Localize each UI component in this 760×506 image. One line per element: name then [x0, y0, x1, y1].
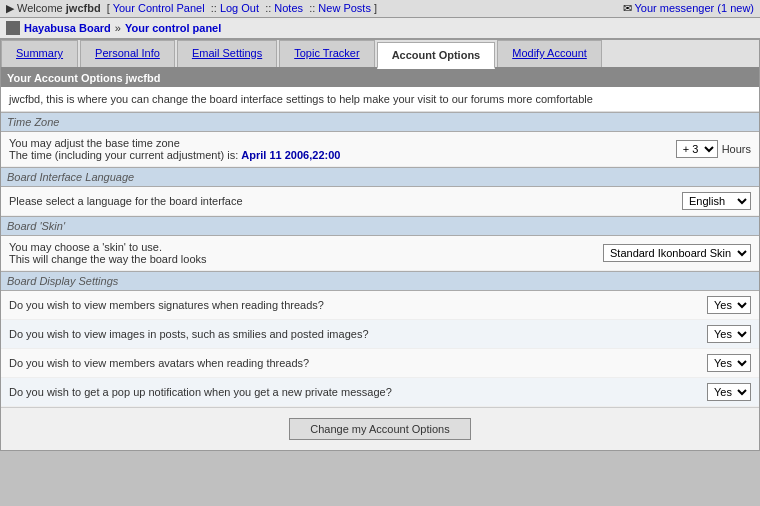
display-select-2[interactable]: YesNo	[707, 354, 751, 372]
change-options-button[interactable]: Change my Account Options	[289, 418, 470, 440]
display-select-1[interactable]: YesNo	[707, 325, 751, 343]
tabs-bar: Summary Personal Info Email Settings Top…	[1, 40, 759, 69]
display-row-0: Do you wish to view members signatures w…	[1, 291, 759, 320]
timezone-select[interactable]: + 3 0 -1 +1	[676, 140, 718, 158]
language-label: Please select a language for the board i…	[9, 195, 682, 207]
display-select-0[interactable]: YesNo	[707, 296, 751, 314]
display-header: Board Display Settings	[1, 271, 759, 291]
bottom-bar	[0, 451, 760, 471]
tab-topic-tracker[interactable]: Topic Tracker	[279, 40, 374, 67]
display-label-0: Do you wish to view members signatures w…	[9, 299, 707, 311]
display-row-1: Do you wish to view images in posts, suc…	[1, 320, 759, 349]
button-row: Change my Account Options	[1, 407, 759, 450]
tab-account-options[interactable]: Account Options	[377, 42, 496, 69]
current-time: April 11 2006,22:00	[241, 149, 340, 161]
username-display: jwcfbd	[66, 2, 101, 14]
logout-link[interactable]: Log Out	[220, 2, 259, 14]
language-header: Board Interface Language	[1, 167, 759, 187]
display-control-3: YesNo	[707, 383, 751, 401]
display-control-1: YesNo	[707, 325, 751, 343]
breadcrumb-separator: »	[115, 22, 121, 34]
display-control-0: YesNo	[707, 296, 751, 314]
messenger-icon: ✉	[623, 2, 632, 14]
timezone-label: You may adjust the base time zone The ti…	[9, 137, 676, 161]
display-control-2: YesNo	[707, 354, 751, 372]
language-select[interactable]: English Deutsch Français	[682, 192, 751, 210]
main-panel: Summary Personal Info Email Settings Top…	[0, 39, 760, 451]
timezone-header: Time Zone	[1, 112, 759, 132]
breadcrumb-icon	[6, 21, 20, 35]
display-select-3[interactable]: YesNo	[707, 383, 751, 401]
display-label-1: Do you wish to view images in posts, suc…	[9, 328, 707, 340]
breadcrumb-board[interactable]: Hayabusa Board	[24, 22, 111, 34]
section-header: Your Account Options jwcfbd	[1, 69, 759, 87]
skin-control: Standard Ikonboard Skin	[603, 244, 751, 262]
tab-email-settings[interactable]: Email Settings	[177, 40, 277, 67]
content-area: jwcfbd, this is where you can change the…	[1, 87, 759, 450]
skin-label: You may choose a 'skin' to use. This wil…	[9, 241, 603, 265]
top-bar-right: ✉ Your messenger (1 new)	[623, 2, 754, 15]
skin-select[interactable]: Standard Ikonboard Skin	[603, 244, 751, 262]
notes-link[interactable]: Notes	[274, 2, 303, 14]
breadcrumb-page[interactable]: Your control panel	[125, 22, 221, 34]
display-row-3: Do you wish to get a pop up notification…	[1, 378, 759, 407]
timezone-row: You may adjust the base time zone The ti…	[1, 132, 759, 167]
top-bar: ▶ Welcome jwcfbd [ Your Control Panel ::…	[0, 0, 760, 18]
tab-modify-account[interactable]: Modify Account	[497, 40, 602, 67]
timezone-control: + 3 0 -1 +1 Hours	[676, 140, 751, 158]
display-row-2: Do you wish to view members avatars when…	[1, 349, 759, 378]
control-panel-link[interactable]: Your Control Panel	[113, 2, 205, 14]
display-label-3: Do you wish to get a pop up notification…	[9, 386, 707, 398]
welcome-text: ▶ Welcome jwcfbd	[6, 2, 101, 14]
skin-row: You may choose a 'skin' to use. This wil…	[1, 236, 759, 271]
display-label-2: Do you wish to view members avatars when…	[9, 357, 707, 369]
messenger-link[interactable]: Your messenger (1 new)	[635, 2, 754, 14]
new-posts-link[interactable]: New Posts	[318, 2, 371, 14]
tab-personal-info[interactable]: Personal Info	[80, 40, 175, 67]
tab-summary[interactable]: Summary	[1, 40, 78, 67]
hours-label: Hours	[722, 143, 751, 155]
language-control: English Deutsch Français	[682, 192, 751, 210]
skin-header: Board 'Skin'	[1, 216, 759, 236]
top-bar-left: ▶ Welcome jwcfbd [ Your Control Panel ::…	[6, 2, 377, 15]
breadcrumb: Hayabusa Board » Your control panel	[0, 18, 760, 39]
intro-text: jwcfbd, this is where you can change the…	[1, 87, 759, 112]
language-row: Please select a language for the board i…	[1, 187, 759, 216]
